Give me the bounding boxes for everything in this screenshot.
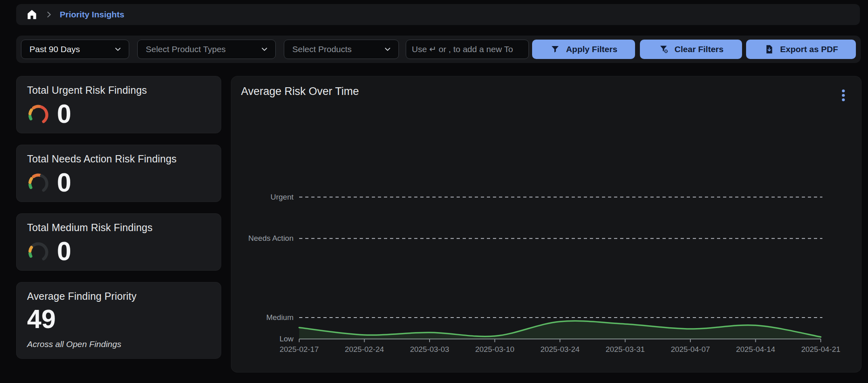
export-pdf-icon [764, 44, 774, 55]
svg-text:2025-02-24: 2025-02-24 [345, 345, 384, 354]
stat-card-medium: Total Medium Risk Findings 0 [16, 213, 221, 271]
svg-text:2025-04-21: 2025-04-21 [801, 345, 840, 354]
breadcrumb-current[interactable]: Priority Insights [60, 10, 124, 19]
risk-over-time-card: UrgentNeeds ActionMediumLow2025-02-17202… [231, 76, 862, 372]
breadcrumb: Priority Insights [16, 4, 860, 25]
filter-clear-icon [658, 44, 669, 55]
chevron-right-icon [44, 10, 53, 19]
svg-text:Medium: Medium [266, 313, 294, 322]
svg-text:Low: Low [279, 335, 294, 343]
filter-icon [550, 44, 560, 55]
svg-text:2025-03-24: 2025-03-24 [540, 345, 580, 354]
svg-text:2025-04-14: 2025-04-14 [736, 345, 776, 354]
stat-card-title: Average Finding Priority [27, 290, 210, 302]
chevron-down-icon [383, 45, 392, 54]
stat-card-value: 49 [27, 306, 56, 332]
tag-input[interactable] [412, 40, 523, 59]
product-types-select[interactable]: Select Product Types [137, 40, 276, 59]
svg-text:2025-03-10: 2025-03-10 [475, 345, 514, 354]
filter-bar: Past 90 Days Select Product Types Select… [16, 36, 861, 63]
svg-text:2025-03-31: 2025-03-31 [606, 345, 645, 354]
stat-card-needs-action: Total Needs Action Risk Findings 0 [16, 145, 221, 202]
stat-card-value: 0 [57, 170, 71, 196]
chevron-down-icon [113, 45, 122, 54]
risk-chart: UrgentNeeds ActionMediumLow2025-02-17202… [231, 76, 862, 373]
stat-card-subtitle: Across all Open Findings [27, 339, 210, 349]
gauge-urgent-icon [27, 103, 50, 125]
stat-card-title: Total Needs Action Risk Findings [27, 153, 210, 165]
stat-card-title: Total Urgent Risk Findings [27, 84, 210, 96]
stat-card-urgent: Total Urgent Risk Findings 0 [16, 76, 221, 133]
kebab-menu-icon[interactable] [838, 88, 849, 102]
priority-insights-page: Priority Insights Past 90 Days Select Pr… [0, 0, 868, 383]
clear-filters-button[interactable]: Clear Filters [640, 40, 742, 59]
home-icon[interactable] [26, 8, 38, 21]
stat-card-value: 0 [57, 101, 71, 127]
svg-text:2025-03-03: 2025-03-03 [410, 345, 449, 354]
chart-title: Average Risk Over Time [241, 85, 359, 98]
product-types-placeholder: Select Product Types [146, 44, 226, 54]
chevron-down-icon [260, 45, 269, 54]
svg-text:2025-02-17: 2025-02-17 [279, 345, 319, 354]
apply-filters-label: Apply Filters [566, 44, 617, 54]
date-range-value: Past 90 Days [29, 44, 80, 54]
stat-card-avg-priority: Average Finding Priority 49 Across all O… [16, 282, 221, 359]
stat-card-value: 0 [57, 238, 71, 264]
svg-text:Needs Action: Needs Action [248, 234, 294, 242]
date-range-select[interactable]: Past 90 Days [21, 40, 129, 59]
stat-card-title: Total Medium Risk Findings [27, 222, 210, 234]
svg-text:Urgent: Urgent [270, 193, 294, 201]
tag-input-wrap [406, 40, 529, 59]
gauge-needs-action-icon [27, 171, 50, 194]
svg-text:2025-04-07: 2025-04-07 [671, 345, 710, 354]
products-select[interactable]: Select Products [284, 40, 399, 59]
export-pdf-button[interactable]: Export as PDF [746, 40, 856, 59]
apply-filters-button[interactable]: Apply Filters [532, 40, 635, 59]
export-pdf-label: Export as PDF [780, 44, 838, 54]
gauge-medium-icon [27, 240, 50, 263]
clear-filters-label: Clear Filters [675, 44, 723, 54]
products-placeholder: Select Products [292, 44, 352, 54]
